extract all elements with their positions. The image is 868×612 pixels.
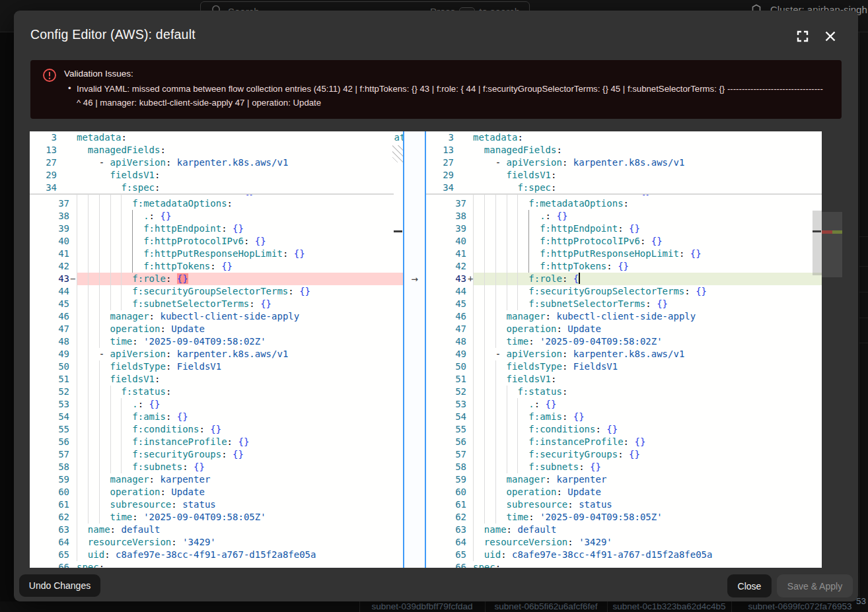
diff-modified-pane[interactable]: 36 f:amiSelectorTerms: {}37 f:metadataOp…	[426, 131, 822, 568]
line-number[interactable]: 34	[30, 182, 57, 194]
line-number[interactable]: 62	[426, 511, 466, 524]
line-number[interactable]: 29	[30, 169, 57, 182]
line-number[interactable]: 37	[30, 197, 69, 210]
code-token: :	[288, 286, 293, 296]
line-number[interactable]: 56	[426, 436, 466, 448]
line-number[interactable]: 40	[426, 235, 466, 248]
line-number[interactable]: 50	[426, 360, 466, 373]
line-number[interactable]: 41	[30, 248, 69, 260]
sticky-code-line: 34 f:spec:	[30, 182, 403, 194]
line-number[interactable]: 66	[426, 561, 466, 568]
line-number[interactable]: 56	[30, 436, 69, 448]
scrollbar-thumb[interactable]	[813, 211, 822, 275]
code-token: {}	[177, 273, 188, 284]
line-number[interactable]: 41	[426, 248, 466, 260]
line-number[interactable]: 57	[426, 448, 466, 461]
line-number[interactable]: 57	[30, 448, 69, 461]
line-number[interactable]: 65	[30, 549, 69, 561]
line-number[interactable]: 54	[426, 411, 466, 423]
line-number[interactable]: 50	[30, 360, 69, 373]
diff-overview-ruler[interactable]	[822, 131, 842, 568]
line-number[interactable]: 13	[426, 144, 454, 156]
diff-sash[interactable]: →	[403, 131, 426, 568]
fullscreen-icon[interactable]	[796, 30, 809, 43]
line-number[interactable]: 53	[30, 398, 69, 411]
line-number[interactable]: 49	[30, 348, 69, 360]
line-number[interactable]: 43	[426, 273, 466, 285]
close-icon[interactable]	[824, 30, 837, 43]
code-token	[473, 261, 540, 271]
line-number[interactable]: 53	[426, 398, 466, 411]
line-number[interactable]: 47	[426, 323, 466, 335]
line-number[interactable]: 27	[30, 156, 57, 169]
line-number[interactable]: 61	[30, 498, 69, 511]
code-token: :	[551, 182, 556, 193]
line-number[interactable]: 63	[30, 524, 69, 536]
revert-change-arrow-icon[interactable]: →	[404, 273, 425, 285]
line-number[interactable]: 39	[426, 222, 466, 235]
line-number[interactable]: 42	[30, 260, 69, 273]
line-number[interactable]: 66	[30, 561, 69, 568]
line-number[interactable]: 45	[30, 298, 69, 310]
line-number[interactable]: 44	[426, 285, 466, 298]
close-button[interactable]: Close	[727, 574, 772, 597]
line-number[interactable]: 34	[426, 182, 454, 194]
table-cell: subnet-0699fc072fa76953	[732, 601, 868, 612]
line-number[interactable]: 46	[30, 310, 69, 323]
line-number[interactable]: 51	[426, 373, 466, 386]
code-token	[294, 286, 299, 296]
line-number[interactable]: 39	[30, 222, 69, 235]
code-token	[77, 512, 110, 522]
save-apply-button[interactable]: Save & Apply	[777, 574, 853, 597]
line-number[interactable]: 51	[30, 373, 69, 386]
line-number[interactable]: 64	[30, 536, 69, 549]
line-number[interactable]: 40	[30, 235, 69, 248]
line-number[interactable]: 65	[426, 549, 466, 561]
line-number[interactable]: 55	[30, 423, 69, 436]
line-number[interactable]: 55	[426, 423, 466, 436]
line-number[interactable]: 60	[30, 486, 69, 498]
line-number[interactable]: 13	[30, 144, 57, 156]
line-number[interactable]: 47	[30, 323, 69, 335]
code-token: :	[517, 132, 523, 143]
line-number[interactable]: 64	[426, 536, 466, 549]
line-number[interactable]: 46	[426, 310, 466, 323]
sticky-scroll[interactable]: 3metadata:13 managedFields:27 - apiVersi…	[426, 131, 822, 194]
code-token: f:httpProtocolIPv6	[143, 236, 244, 246]
line-number[interactable]: 54	[30, 411, 69, 423]
line-number[interactable]: 62	[30, 511, 69, 524]
line-number[interactable]: 3	[30, 131, 57, 144]
line-number[interactable]: 38	[30, 210, 69, 222]
line-number[interactable]: 43	[30, 273, 69, 285]
line-number[interactable]: 48	[426, 335, 466, 348]
line-number[interactable]: 52	[30, 386, 69, 398]
line-number[interactable]: 58	[30, 461, 69, 473]
line-number[interactable]: 60	[426, 486, 466, 498]
sticky-scroll[interactable]: 3metadata:13 managedFields:27 - apiVersi…	[30, 131, 403, 194]
diff-original-pane[interactable]: 36 f:amiSelectorTerms: {}37 f:metadataOp…	[30, 131, 403, 568]
code-token	[585, 461, 590, 472]
undo-changes-button[interactable]: Undo Changes	[19, 574, 100, 597]
line-number[interactable]: 63	[426, 524, 466, 536]
line-number[interactable]: 52	[426, 386, 466, 398]
code-line: 41 f:httpPutResponseHopLimit: {}	[30, 248, 403, 260]
line-number[interactable]: 3	[426, 131, 454, 144]
line-number[interactable]: 37	[426, 197, 466, 210]
code-line: 59 manager: karpenter	[30, 473, 403, 486]
line-number[interactable]: 59	[30, 473, 69, 486]
line-number[interactable]: 59	[426, 473, 466, 486]
line-number[interactable]: 38	[426, 210, 466, 222]
line-number[interactable]: 61	[426, 498, 466, 511]
code-text: f:status:	[473, 386, 567, 398]
code-token: f:conditions	[528, 424, 595, 434]
line-number[interactable]: 27	[426, 156, 454, 169]
line-number[interactable]: 58	[426, 461, 466, 473]
code-token: {}	[260, 298, 271, 309]
code-text: .: {}	[473, 210, 567, 222]
line-number[interactable]: 45	[426, 298, 466, 310]
line-number[interactable]: 29	[426, 169, 454, 182]
line-number[interactable]: 42	[426, 260, 466, 273]
line-number[interactable]: 48	[30, 335, 69, 348]
line-number[interactable]: 49	[426, 348, 466, 360]
line-number[interactable]: 44	[30, 285, 69, 298]
